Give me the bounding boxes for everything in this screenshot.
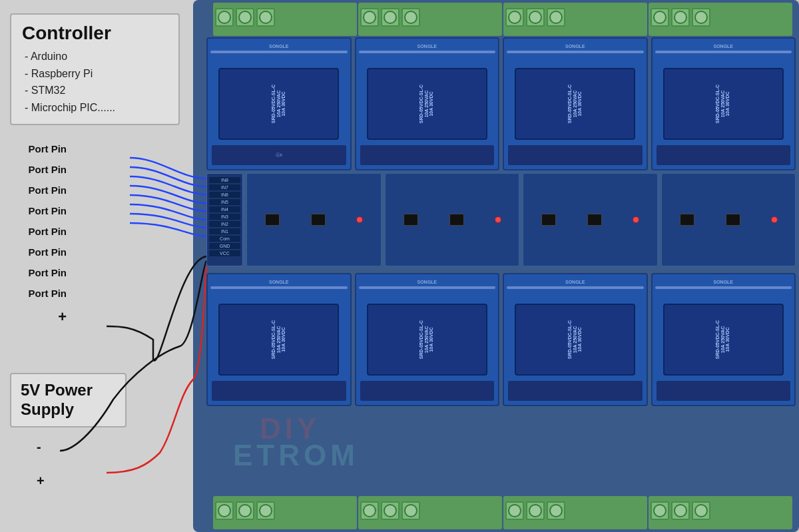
relay-6-body: SRD-05VDC-SL-C10A 250VAC10A 30VDC bbox=[367, 304, 487, 376]
ic-chip-3 bbox=[403, 214, 418, 226]
relay-5: SONGLE SRD-05VDC-SL-C10A 250VAC10A 30VDC bbox=[206, 273, 352, 406]
terminal-group-1 bbox=[213, 3, 357, 36]
relay-3-brand: SONGLE bbox=[504, 44, 647, 49]
ic-chip-4 bbox=[449, 214, 464, 226]
left-panel: Controller - Arduino - Raspberry Pi - ST… bbox=[0, 0, 200, 532]
led-2 bbox=[495, 217, 501, 222]
circuit-row-3 bbox=[523, 173, 658, 266]
relay-1-brand: SONGLE bbox=[208, 44, 350, 49]
controller-item-stm32: - STM32 bbox=[25, 82, 168, 99]
screw-b1 bbox=[215, 501, 234, 520]
ic-chip-7 bbox=[680, 214, 694, 226]
ic-chip-8 bbox=[726, 214, 740, 226]
port-pin-label-6: Port Pin bbox=[7, 246, 67, 258]
screw-6 bbox=[401, 8, 420, 27]
power-plus-row: + bbox=[37, 473, 57, 489]
power-minus-row: - bbox=[37, 439, 57, 455]
screw-b9 bbox=[547, 501, 565, 520]
relay-2-brand: SONGLE bbox=[356, 44, 499, 49]
relay-3: SONGLE SRD-05VDC-SL-C10A 250VAC10A 30VDC bbox=[503, 37, 648, 170]
relay-1-label: SRD-05VDC-SL-C10A 250VAC10A 30VDC bbox=[271, 85, 286, 123]
relay-8-brand: SONGLE bbox=[653, 280, 795, 284]
screw-10 bbox=[651, 8, 669, 27]
controller-title: Controller bbox=[22, 23, 168, 44]
port-pin-row-7: Port Pin bbox=[7, 267, 193, 278]
terminal-strip-top bbox=[213, 3, 792, 36]
relay-4: SONGLE SRD-05VDC-SL-C10A 250VAC10A 30VDC bbox=[651, 37, 796, 170]
port-pin-row-2: Port Pin bbox=[7, 164, 193, 175]
terminal-group-3 bbox=[503, 3, 647, 36]
relay-row-top: SONGLE SRD-05VDC-SL-C10A 250VAC10A 30VDC… bbox=[206, 37, 796, 170]
port-pin-row-4: Port Pin bbox=[7, 205, 193, 216]
relay-7: SONGLE SRD-05VDC-SL-C10A 250VAC10A 30VDC bbox=[503, 273, 648, 406]
power-minus-label: - bbox=[37, 439, 57, 455]
relay-2: SONGLE SRD-05VDC-SL-C10A 250VAC10A 30VDC bbox=[355, 37, 500, 170]
led-1 bbox=[357, 217, 362, 222]
pin-in6: IN6 bbox=[209, 192, 240, 198]
power-plus-label: + bbox=[37, 473, 57, 489]
port-pin-label-8: Port Pin bbox=[7, 288, 67, 299]
screw-b3 bbox=[256, 501, 275, 520]
screw-b2 bbox=[236, 501, 254, 520]
screw-b6 bbox=[401, 501, 420, 520]
screw-12 bbox=[692, 8, 710, 27]
screw-5 bbox=[381, 8, 400, 27]
relay-8-label: SRD-05VDC-SL-C10A 250VAC10A 30VDC bbox=[716, 320, 731, 359]
screw-b7 bbox=[505, 501, 524, 520]
relay-7-body: SRD-05VDC-SL-C10A 250VAC10A 30VDC bbox=[515, 304, 635, 376]
pin-in3: IN3 bbox=[209, 214, 240, 220]
terminal-group-bottom-4 bbox=[649, 496, 792, 529]
terminal-group-bottom-2 bbox=[358, 496, 502, 529]
screw-b4 bbox=[360, 501, 379, 520]
ic-chip-6 bbox=[587, 214, 602, 226]
terminal-group-4 bbox=[649, 3, 792, 36]
controller-plus-row: + bbox=[7, 308, 193, 326]
port-pin-label-2: Port Pin bbox=[7, 164, 67, 175]
port-pin-label-7: Port Pin bbox=[7, 267, 67, 278]
screw-4 bbox=[360, 8, 379, 27]
screw-b5 bbox=[381, 501, 400, 520]
relay-5-brand: SONGLE bbox=[208, 280, 350, 284]
screw-9 bbox=[547, 8, 565, 27]
screw-2 bbox=[236, 8, 254, 27]
controller-list: - Arduino - Raspberry Pi - STM32 - Micro… bbox=[22, 48, 168, 116]
relay-5-body: SRD-05VDC-SL-C10A 250VAC10A 30VDC bbox=[218, 304, 339, 376]
input-connector: IN8 IN7 IN6 IN5 IN4 IN3 IN2 IN1 Com GND … bbox=[206, 173, 243, 266]
relay-8: SONGLE SRD-05VDC-SL-C10A 250VAC10A 30VDC bbox=[651, 273, 796, 406]
screw-7 bbox=[505, 8, 524, 27]
power-supply-title: 5V PowerSupply bbox=[21, 381, 116, 419]
relay-4-brand: SONGLE bbox=[653, 44, 795, 49]
pin-in5: IN5 bbox=[209, 199, 240, 205]
port-pin-label-3: Port Pin bbox=[7, 184, 67, 196]
circuit-row-2 bbox=[385, 173, 520, 266]
pin-in1: IN1 bbox=[209, 228, 240, 234]
relay-6-label: SRD-05VDC-SL-C10A 250VAC10A 30VDC bbox=[419, 320, 435, 359]
port-pin-row-6: Port Pin bbox=[7, 246, 193, 258]
ic-chip-2 bbox=[311, 214, 326, 226]
screw-b12 bbox=[692, 501, 710, 520]
relay-6: SONGLE SRD-05VDC-SL-C10A 250VAC10A 30VDC bbox=[355, 273, 500, 406]
led-4 bbox=[772, 217, 777, 222]
screw-3 bbox=[256, 8, 275, 27]
pin-com: Com bbox=[209, 236, 240, 242]
controller-item-pic: - Microchip PIC...... bbox=[25, 99, 168, 117]
terminal-group-bottom-1 bbox=[213, 496, 357, 529]
relay-4-body: SRD-05VDC-SL-C10A 250VAC10A 30VDC bbox=[663, 68, 784, 140]
watermark-red: DIY bbox=[260, 412, 320, 445]
screw-b10 bbox=[651, 501, 669, 520]
relay-4-label: SRD-05VDC-SL-C10A 250VAC10A 30VDC bbox=[716, 85, 731, 123]
port-pin-label-1: Port Pin bbox=[7, 143, 67, 154]
screw-b8 bbox=[526, 501, 545, 520]
port-pin-row-3: Port Pin bbox=[7, 184, 193, 196]
terminal-strip-bottom bbox=[213, 496, 792, 529]
terminal-group-2 bbox=[358, 3, 502, 36]
relay-6-brand: SONGLE bbox=[356, 280, 499, 284]
pin-vcc: VCC bbox=[209, 250, 240, 256]
controller-item-raspberry: - Raspberry Pi bbox=[25, 65, 168, 83]
relay-1-body: SRD-05VDC-SL-C10A 250VAC10A 30VDC bbox=[218, 68, 339, 140]
relay-8-body: SRD-05VDC-SL-C10A 250VAC10A 30VDC bbox=[663, 304, 784, 376]
relay-2-label: SRD-05VDC-SL-C10A 250VAC10A 30VDC bbox=[419, 85, 435, 123]
circuit-row-4 bbox=[661, 173, 796, 266]
middle-section: IN8 IN7 IN6 IN5 IN4 IN3 IN2 IN1 Com GND … bbox=[206, 173, 796, 266]
controller-plus-label: + bbox=[7, 308, 67, 326]
